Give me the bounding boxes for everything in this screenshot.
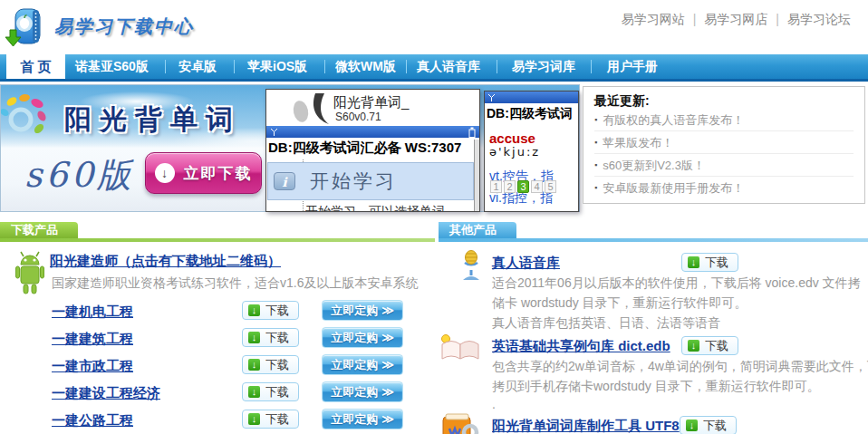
download-button[interactable]: ↓ 下载 <box>681 336 738 355</box>
tab-windows-mobile[interactable]: 微软WM版 <box>335 54 396 79</box>
section-underline-green <box>0 238 435 242</box>
download-button[interactable]: ↓ 下载 <box>242 328 299 347</box>
section-tab-others: 其他产品 <box>439 222 516 238</box>
link-separator: | <box>693 12 697 26</box>
nav-divider <box>324 60 325 73</box>
main-nav: 首 页 诺基亚S60版 安卓版 苹果iOS版 微软WM版 真人语音库 易学习词库… <box>0 54 868 82</box>
double-arrow-icon: ≫ <box>381 358 394 371</box>
other-product-description: 拷贝到手机存储卡wordstudy 目录下，重新运行软件即可。 <box>492 379 820 395</box>
update-item: ▪有版权的真人语音库发布！ <box>594 109 854 131</box>
update-item: ▪安卓版最新使用手册发布！ <box>594 177 854 199</box>
download-arrow-icon: ↓ <box>248 332 260 343</box>
other-product-link[interactable]: 阳光背单词词库制作工具 UTF8 <box>492 418 680 434</box>
download-button[interactable]: ↓ 下载 <box>681 253 738 272</box>
bullet-icon: ▪ <box>594 183 597 192</box>
header: 易学习下载中心 易学习网站|易学习网店|易学习论坛 <box>0 0 868 52</box>
phone-screenshot-main: 阳光背单词_ S60v0.71 DB:四级考试词汇必备 WS:7307 i 开始… <box>265 89 480 212</box>
page-number: 4 <box>531 180 543 193</box>
download-button[interactable]: ↓ 下载 <box>242 355 299 374</box>
banner-download-button[interactable]: ↓ 立即下载 <box>145 152 262 194</box>
order-now-button[interactable]: 立即定购 ≫ <box>322 381 403 402</box>
download-button[interactable]: ↓ 下载 <box>680 416 737 434</box>
tab-apple-ios[interactable]: 苹果iOS版 <box>247 54 307 79</box>
product-link[interactable]: 一建机电工程 <box>52 304 133 321</box>
recent-updates-box: 最近更新: ▪有版权的真人语音库发布！ ▪苹果版发布！ ▪s60更新到V2.3版… <box>583 86 865 204</box>
vocabulary-word: accuse <box>489 130 535 146</box>
double-arrow-icon: ≫ <box>381 412 394 426</box>
tab-user-manual[interactable]: 用户手册 <box>607 54 658 79</box>
order-now-button[interactable]: 立即定购 ≫ <box>322 409 403 429</box>
update-item: ▪s60更新到V2.3版！ <box>594 154 854 177</box>
open-book-bulb-icon <box>439 333 484 361</box>
page: 易学习下载中心 易学习网站|易学习网店|易学习论坛 首 页 诺基亚S60版 安卓… <box>0 0 868 434</box>
link-separator: | <box>776 12 779 26</box>
product-link[interactable]: 一建建筑工程 <box>52 331 133 348</box>
top-link-website[interactable]: 易学习网站 <box>622 12 685 26</box>
bullet-icon: ▪ <box>594 138 597 147</box>
other-product-description: . <box>492 397 496 411</box>
download-arrow-icon: ↓ <box>688 256 699 268</box>
tab-voice-library[interactable]: 真人语音库 <box>417 54 480 79</box>
update-item: ▪苹果版发布！ <box>594 131 854 154</box>
other-product-description: 适合2011年06月以后版本的软件使用，下载后将 voice.edv 文件拷 <box>492 275 861 292</box>
pagination: 1 2 3 4 5 <box>490 180 556 193</box>
top-link-forum[interactable]: 易学习论坛 <box>787 12 851 26</box>
site-title: 易学习下载中心 <box>54 14 194 39</box>
site-logo[interactable]: 易学习下载中心 <box>5 5 194 48</box>
product-link[interactable]: 一建建设工程经济 <box>52 385 160 402</box>
menu-item-selected: i 开始学习 <box>267 162 474 200</box>
nav-divider <box>591 60 592 73</box>
download-button[interactable]: ↓ 下载 <box>242 382 299 401</box>
section-tab-downloads: 下载产品 <box>0 222 78 238</box>
other-product-link[interactable]: 真人语音库 <box>492 255 560 272</box>
download-button[interactable]: ↓ 下载 <box>242 301 299 320</box>
tab-home[interactable]: 首 页 <box>6 54 65 79</box>
page-number: 1 <box>490 180 502 193</box>
top-links: 易学习网站|易学习网店|易学习论坛 <box>613 12 859 28</box>
phone-screenshot-word: DB:四级考试词 accuse ə'kju:z vt.控告，指 vi.指控，指 … <box>484 91 579 212</box>
nav-divider <box>406 60 407 73</box>
bullet-icon: ▪ <box>594 160 597 169</box>
bullet-icon: ▪ <box>594 115 597 124</box>
product-link[interactable]: 一建公路工程 <box>52 412 133 429</box>
recent-updates-title: 最近更新: <box>594 93 854 109</box>
feature-product-description: 国家建造师职业资格考试练习软件，适合v1.6及以上版本安卓系统 <box>52 275 418 292</box>
tab-word-library[interactable]: 易学习词库 <box>512 54 575 79</box>
dictionary-status-line: DB:四级考试词 <box>487 106 573 122</box>
battery-icon <box>468 127 476 138</box>
other-product-description: 真人语音库包括英语、日语、法语等语音 <box>492 315 720 332</box>
product-link[interactable]: 一建市政工程 <box>52 358 133 375</box>
signal-antenna-icon <box>270 128 278 137</box>
double-arrow-icon: ≫ <box>381 331 394 344</box>
feature-product-link[interactable]: 阳光建造师（点击有下载地址二维码） <box>50 253 281 270</box>
menu-item-hint: 开始学习，可以选择单词 <box>305 204 445 212</box>
page-number: 2 <box>504 180 516 193</box>
double-arrow-icon: ≫ <box>381 304 394 317</box>
download-arrow-icon: ↓ <box>248 413 260 425</box>
section-underline-blue <box>439 238 868 242</box>
app-logo-icon <box>290 92 332 126</box>
tab-nokia-s60[interactable]: 诺基亚S60版 <box>75 54 149 79</box>
order-now-button[interactable]: 立即定购 ≫ <box>322 327 403 348</box>
nav-divider <box>234 60 235 73</box>
download-button[interactable]: ↓ 下载 <box>242 410 299 429</box>
android-robot-icon <box>14 250 45 297</box>
phone-scrollbar <box>474 140 479 212</box>
signal-antenna-icon <box>487 93 496 102</box>
microphone-icon <box>458 250 484 283</box>
banner-title: 阳光背单词 <box>64 101 241 139</box>
backpack-download-icon <box>5 5 47 48</box>
app-version: S60v0.71 <box>335 111 381 123</box>
download-arrow-icon: ↓ <box>248 304 260 316</box>
order-now-button[interactable]: 立即定购 ≫ <box>322 354 403 375</box>
download-arrow-icon: ↓ <box>688 340 699 352</box>
other-product-link[interactable]: 英语基础共享例句库 dict.edb <box>492 338 670 355</box>
order-now-button[interactable]: 立即定购 ≫ <box>322 300 403 321</box>
nav-divider <box>165 60 166 73</box>
app-name: 阳光背单词_ <box>333 94 409 111</box>
phone-statusbar <box>266 126 479 138</box>
tab-android[interactable]: 安卓版 <box>178 54 217 79</box>
top-link-store[interactable]: 易学习网店 <box>704 12 767 26</box>
double-arrow-icon: ≫ <box>381 385 394 399</box>
download-arrow-icon: ↓ <box>248 386 260 398</box>
